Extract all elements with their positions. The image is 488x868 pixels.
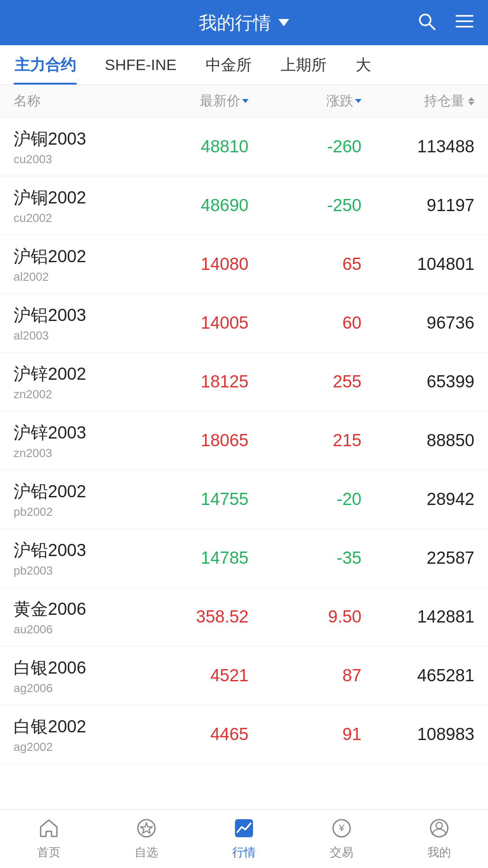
- cell-price-10: 4465: [136, 725, 249, 744]
- nav-watchlist-label: 自选: [135, 844, 158, 860]
- table-row[interactable]: 沪铅2003 pb2003 14785 -35 22587: [0, 529, 488, 588]
- header-icons: [417, 11, 474, 34]
- tab-da[interactable]: 大: [341, 45, 385, 85]
- search-icon[interactable]: [417, 11, 436, 34]
- col-header-name: 名称: [9, 92, 136, 110]
- cell-name-6: 沪铅2002 pb2002: [9, 480, 136, 519]
- header: 我的行情: [0, 0, 488, 45]
- tab-shfe[interactable]: SHFE-INE: [90, 45, 191, 85]
- cell-hold-2: 104801: [361, 255, 479, 274]
- cell-change-5: 215: [249, 431, 361, 450]
- nav-trade[interactable]: ¥ 交易: [293, 818, 390, 860]
- cell-price-1: 48690: [136, 196, 249, 215]
- cell-change-10: 91: [249, 725, 361, 744]
- trade-icon: ¥: [331, 818, 352, 842]
- table-row[interactable]: 白银2002 ag2002 4465 91 108983: [0, 705, 488, 764]
- svg-point-5: [138, 820, 155, 837]
- svg-text:¥: ¥: [338, 822, 345, 834]
- cell-price-9: 4521: [136, 666, 249, 685]
- cell-hold-5: 88850: [361, 431, 479, 450]
- star-icon: [136, 818, 157, 842]
- price-sort-icon: [242, 99, 249, 103]
- table-row[interactable]: 沪铝2002 al2002 14080 65 104801: [0, 235, 488, 294]
- table-row[interactable]: 白银2006 ag2006 4521 87 465281: [0, 646, 488, 705]
- cell-price-4: 18125: [136, 372, 249, 392]
- table-row[interactable]: 沪铅2002 pb2002 14755 -20 28942: [0, 470, 488, 529]
- cell-change-7: -35: [249, 548, 361, 568]
- cell-name-7: 沪铅2003 pb2003: [9, 539, 136, 578]
- cell-change-9: 87: [249, 666, 361, 685]
- cell-name-2: 沪铝2002 al2002: [9, 245, 136, 284]
- home-icon: [38, 818, 59, 842]
- data-list: 沪铜2003 cu2003 48810 -260 113488 沪铜2002 c…: [0, 118, 488, 809]
- cell-change-6: -20: [249, 490, 361, 509]
- tabs-bar: 主力合约 SHFE-INE 中金所 上期所 大: [0, 45, 488, 85]
- tab-shangqi[interactable]: 上期所: [266, 45, 341, 85]
- cell-change-8: 9.50: [249, 607, 361, 627]
- cell-name-8: 黄金2006 au2006: [9, 598, 136, 637]
- table-row[interactable]: 沪锌2003 zn2003 18065 215 88850: [0, 411, 488, 470]
- col-header-hold[interactable]: 持仓量: [361, 92, 479, 110]
- cell-change-2: 65: [249, 255, 361, 274]
- cell-price-2: 14080: [136, 255, 249, 274]
- cell-name-3: 沪铝2003 al2003: [9, 304, 136, 343]
- nav-market[interactable]: 行情: [195, 818, 293, 860]
- cell-hold-0: 113488: [361, 137, 479, 156]
- cell-name-9: 白银2006 ag2006: [9, 656, 136, 695]
- cell-change-1: -250: [249, 196, 361, 215]
- header-title[interactable]: 我的行情: [199, 10, 289, 35]
- cell-hold-3: 96736: [361, 313, 479, 333]
- tab-zhongjin[interactable]: 中金所: [191, 45, 266, 85]
- change-sort-icon: [355, 99, 361, 103]
- cell-hold-4: 65399: [361, 372, 479, 392]
- nav-watchlist[interactable]: 自选: [98, 818, 195, 860]
- cell-hold-8: 142881: [361, 607, 479, 627]
- nav-home[interactable]: 首页: [0, 818, 98, 860]
- main-content: 主力合约 SHFE-INE 中金所 上期所 大 名称 最新价 涨跌 持仓量: [0, 45, 488, 809]
- cell-price-6: 14755: [136, 490, 249, 509]
- cell-hold-7: 22587: [361, 548, 479, 568]
- bottom-nav: 首页 自选 行情 ¥ 交易: [0, 809, 488, 868]
- header-dropdown-icon[interactable]: [278, 19, 289, 26]
- nav-market-label: 行情: [232, 844, 256, 860]
- cell-hold-9: 465281: [361, 666, 479, 685]
- cell-price-7: 14785: [136, 548, 249, 568]
- col-header-change[interactable]: 涨跌: [249, 92, 361, 110]
- table-row[interactable]: 沪铜2003 cu2003 48810 -260 113488: [0, 118, 488, 176]
- menu-icon[interactable]: [455, 11, 474, 34]
- table-row[interactable]: 沪铝2003 al2003 14005 60 96736: [0, 294, 488, 353]
- nav-home-label: 首页: [37, 844, 61, 860]
- cell-price-0: 48810: [136, 137, 249, 156]
- svg-point-10: [436, 822, 442, 829]
- table-row[interactable]: 黄金2006 au2006 358.52 9.50 142881: [0, 588, 488, 646]
- cell-price-5: 18065: [136, 431, 249, 450]
- nav-mine[interactable]: 我的: [390, 818, 488, 860]
- person-icon: [429, 818, 450, 842]
- cell-hold-6: 28942: [361, 490, 479, 509]
- cell-name-10: 白银2002 ag2002: [9, 715, 136, 754]
- cell-change-3: 60: [249, 313, 361, 333]
- cell-name-0: 沪铜2003 cu2003: [9, 127, 136, 166]
- tab-zhuli[interactable]: 主力合约: [0, 45, 90, 85]
- hold-sort-icon: [468, 97, 474, 105]
- cell-name-1: 沪铜2002 cu2002: [9, 186, 136, 225]
- cell-price-3: 14005: [136, 313, 249, 333]
- cell-hold-10: 108983: [361, 725, 479, 744]
- col-header-price[interactable]: 最新价: [136, 92, 249, 110]
- cell-change-4: 255: [249, 372, 361, 392]
- nav-trade-label: 交易: [330, 844, 353, 860]
- cell-change-0: -260: [249, 137, 361, 156]
- cell-name-5: 沪锌2003 zn2003: [9, 421, 136, 460]
- column-headers: 名称 最新价 涨跌 持仓量: [0, 85, 488, 118]
- cell-price-8: 358.52: [136, 607, 249, 627]
- market-icon: [234, 818, 254, 842]
- svg-line-1: [429, 24, 435, 29]
- header-title-text: 我的行情: [199, 10, 271, 35]
- table-row[interactable]: 沪锌2002 zn2002 18125 255 65399: [0, 353, 488, 411]
- table-row[interactable]: 沪铜2002 cu2002 48690 -250 91197: [0, 176, 488, 235]
- nav-mine-label: 我的: [427, 844, 451, 860]
- cell-hold-1: 91197: [361, 196, 479, 215]
- cell-name-4: 沪锌2002 zn2002: [9, 363, 136, 401]
